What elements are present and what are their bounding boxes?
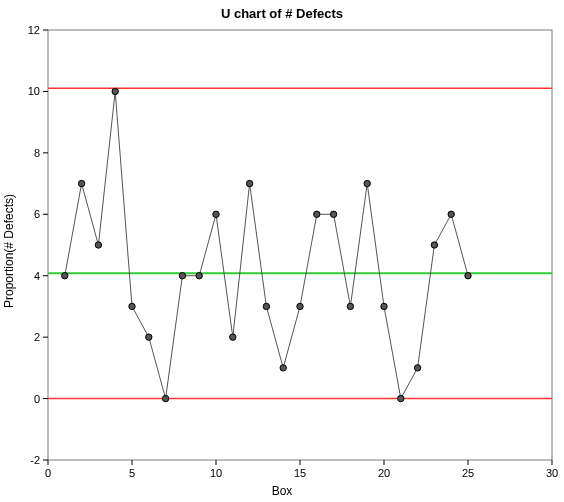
data-point <box>414 365 420 371</box>
y-tick-label: 0 <box>34 393 40 405</box>
x-tick-label: 30 <box>546 467 558 479</box>
data-point <box>431 242 437 248</box>
data-point <box>330 211 336 217</box>
data-point <box>364 180 370 186</box>
y-tick-label: 12 <box>28 24 40 36</box>
y-tick-label: 4 <box>34 270 40 282</box>
data-point <box>381 303 387 309</box>
data-point <box>297 303 303 309</box>
x-tick-label: 5 <box>129 467 135 479</box>
data-point <box>196 273 202 279</box>
data-point <box>347 303 353 309</box>
data-point <box>162 395 168 401</box>
data-point <box>246 180 252 186</box>
x-tick-label: 25 <box>462 467 474 479</box>
y-tick-label: 8 <box>34 147 40 159</box>
y-tick-label: 2 <box>34 331 40 343</box>
data-point <box>78 180 84 186</box>
y-tick-label: 6 <box>34 208 40 220</box>
data-point <box>129 303 135 309</box>
x-tick-label: 20 <box>378 467 390 479</box>
data-point <box>95 242 101 248</box>
data-point <box>179 273 185 279</box>
data-point <box>263 303 269 309</box>
data-point <box>280 365 286 371</box>
data-point <box>146 334 152 340</box>
data-point <box>398 395 404 401</box>
x-tick-label: 10 <box>210 467 222 479</box>
y-tick-label: 10 <box>28 85 40 97</box>
data-point <box>62 273 68 279</box>
x-tick-label: 0 <box>45 467 51 479</box>
data-point <box>213 211 219 217</box>
y-tick-label: -2 <box>30 454 40 466</box>
u-chart-container: U chart of # Defects Proportion(# Defect… <box>0 0 564 502</box>
data-point <box>314 211 320 217</box>
plot-frame <box>48 30 552 460</box>
data-point <box>448 211 454 217</box>
data-point <box>230 334 236 340</box>
plot-area: -2024681012051015202530 <box>0 0 564 502</box>
x-tick-label: 15 <box>294 467 306 479</box>
data-point <box>465 273 471 279</box>
data-point <box>112 88 118 94</box>
